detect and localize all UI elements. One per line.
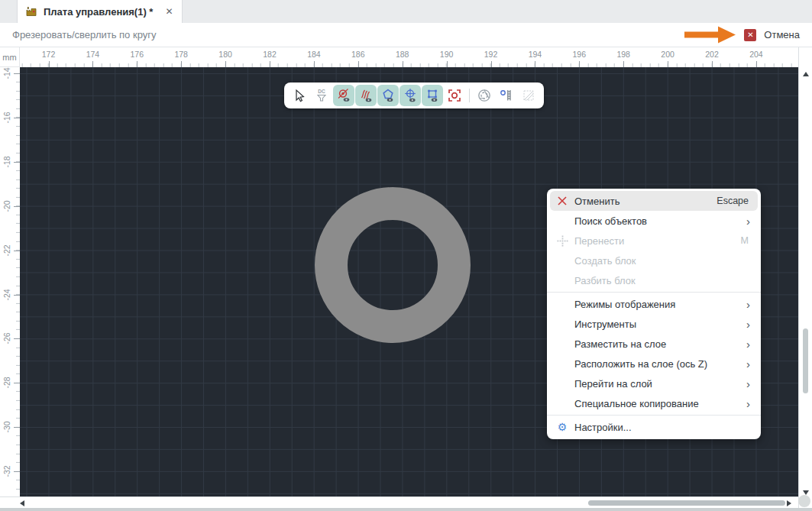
window-bottom-edge xyxy=(0,508,812,511)
cancel-group: ✕ Отмена xyxy=(684,26,800,44)
orange-arrow-icon xyxy=(684,26,736,44)
highlight-selection-icon[interactable] xyxy=(444,85,465,106)
scroll-left-arrow-icon[interactable] xyxy=(20,500,24,506)
drill-view-icon[interactable] xyxy=(496,85,517,106)
gear-icon: ⚙ xyxy=(555,422,570,432)
show-polygons-icon[interactable] xyxy=(377,85,399,106)
menu-item-break-block: Разбить блок xyxy=(550,270,758,290)
show-outlines-icon[interactable] xyxy=(422,85,443,106)
submenu-arrow-icon: › xyxy=(746,398,750,409)
submenu-arrow-icon: › xyxy=(746,319,750,330)
move-icon xyxy=(555,235,570,247)
scroll-right-arrow-icon[interactable] xyxy=(787,500,791,506)
vertical-scrollbar[interactable] xyxy=(798,47,812,508)
dc-filter-icon[interactable]: DC xyxy=(311,85,332,106)
tab-title: Плата управления(1) * xyxy=(44,6,153,18)
tab-close-icon[interactable]: ✕ xyxy=(165,6,173,17)
tab-bar: Плата управления(1) * ✕ xyxy=(0,0,812,23)
ruler-left: -14-16-18-20-22-24-26-28-30-32 xyxy=(0,67,20,496)
command-bar: Фрезеровать/сверлить по кругу ✕ Отмена xyxy=(0,23,812,47)
ruler-top: 1721741761781801821841861881901921941961… xyxy=(20,47,798,67)
menu-item-tools[interactable]: Инструменты › xyxy=(550,314,758,334)
menu-item-special-copy[interactable]: Специальное копирование › xyxy=(550,393,758,413)
active-command-hint: Фрезеровать/сверлить по кругу xyxy=(12,29,684,40)
submenu-arrow-icon: › xyxy=(746,378,750,390)
menu-item-object-search[interactable]: Поиск объектов › xyxy=(550,211,758,231)
tab-board[interactable]: Плата управления(1) * ✕ xyxy=(17,0,183,23)
cancel-x-button[interactable]: ✕ xyxy=(744,29,756,41)
horizontal-scroll-thumb[interactable] xyxy=(588,500,785,506)
menu-item-create-block: Создать блок xyxy=(550,251,758,270)
application-window: Плата управления(1) * ✕ Фрезеровать/свер… xyxy=(0,0,812,511)
show-pads-icon[interactable] xyxy=(333,85,354,106)
red-x-icon xyxy=(555,196,570,206)
submenu-arrow-icon: › xyxy=(746,299,750,310)
menu-item-go-to-layer[interactable]: Перейти на слой › xyxy=(550,374,758,393)
menu-separator xyxy=(547,415,761,416)
svg-text:DC: DC xyxy=(318,89,325,94)
vertical-scroll-thumb[interactable] xyxy=(803,328,808,393)
cancel-label[interactable]: Отмена xyxy=(764,29,800,40)
submenu-arrow-icon: › xyxy=(746,358,750,370)
shortcut-label: M xyxy=(741,235,749,246)
menu-item-place-on-layer[interactable]: Разместить на слое › xyxy=(550,334,758,354)
menu-item-settings[interactable]: ⚙ Настройки... xyxy=(550,417,758,437)
context-menu: Отменить Escape Поиск объектов › Перенес… xyxy=(547,189,761,439)
corner-knob[interactable] xyxy=(798,495,810,507)
menu-item-display-modes[interactable]: Режимы отображения › xyxy=(550,294,758,314)
ruler-unit-label: mm xyxy=(0,47,20,67)
shortcut-label: Escape xyxy=(717,196,749,206)
horizontal-scrollbar[interactable] xyxy=(0,496,798,508)
show-vias-icon[interactable] xyxy=(400,85,421,106)
submenu-arrow-icon: › xyxy=(746,338,750,350)
menu-item-move: Перенести M xyxy=(550,231,758,251)
milling-ring-shape[interactable] xyxy=(315,187,471,343)
floating-toolbar: DC xyxy=(284,82,544,108)
menu-item-cancel[interactable]: Отменить Escape xyxy=(550,191,758,211)
aperture-view-icon[interactable] xyxy=(474,85,495,106)
scroll-up-arrow-icon[interactable] xyxy=(803,72,809,76)
menu-item-arrange-on-layer-z[interactable]: Расположить на слое (ось Z) › xyxy=(550,354,758,374)
menu-separator xyxy=(547,292,761,293)
select-cursor-icon[interactable] xyxy=(289,85,310,106)
show-traces-icon[interactable] xyxy=(355,85,377,106)
pcb-board-icon xyxy=(25,5,37,18)
toolbar-separator xyxy=(469,89,470,102)
submenu-arrow-icon: › xyxy=(746,215,750,227)
hatch-disabled-icon xyxy=(518,85,539,106)
